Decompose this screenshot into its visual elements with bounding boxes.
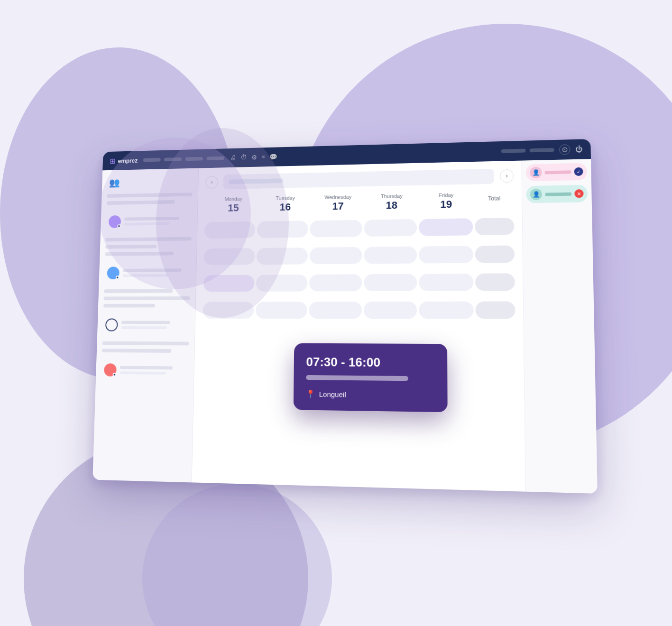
badge-avatar-teal: 👤 bbox=[530, 189, 542, 201]
employee-sub-line bbox=[124, 222, 169, 226]
org-icon[interactable]: ⚙ bbox=[251, 154, 257, 161]
scene: ⊞ emprez 🖨 ⏱ ⚙ ≡ 💬 bbox=[52, 100, 621, 526]
badge-text-teal bbox=[545, 192, 571, 196]
day-name-tuesday: Tuesday bbox=[260, 195, 310, 202]
schedule-row-4 bbox=[203, 298, 515, 322]
employee-row-2[interactable] bbox=[104, 262, 191, 283]
top-right-pill-2 bbox=[529, 148, 554, 152]
employee-sub-line bbox=[120, 371, 166, 375]
power-icon[interactable]: ⏻ bbox=[575, 145, 582, 153]
sidebar-line bbox=[105, 245, 156, 249]
sidebar-section-1 bbox=[106, 193, 192, 205]
avatar-icon-teal: 👤 bbox=[532, 191, 540, 198]
day-col-tuesday: Tuesday 16 bbox=[260, 195, 311, 213]
total-cell-3 bbox=[475, 273, 515, 291]
dot-indicator-2 bbox=[115, 276, 119, 279]
prev-week-button[interactable]: ‹ bbox=[205, 176, 218, 189]
chat-icon[interactable]: 💬 bbox=[269, 153, 277, 161]
schedule-row-2 bbox=[203, 243, 515, 268]
day-col-friday: Friday 19 bbox=[419, 192, 472, 211]
cell-2-mon[interactable] bbox=[203, 248, 254, 265]
day-col-thursday: Thursday 18 bbox=[365, 193, 417, 212]
sidebar-section-4 bbox=[101, 341, 189, 353]
day-name-thursday: Thursday bbox=[365, 193, 417, 200]
sidebar-line bbox=[107, 193, 192, 198]
cell-4-fri[interactable] bbox=[419, 302, 473, 319]
main-content: 👥 bbox=[92, 159, 598, 494]
day-name-friday: Friday bbox=[419, 192, 472, 198]
user-badge-teal[interactable]: 👤 ✕ bbox=[526, 185, 588, 203]
day-num-monday: 15 bbox=[208, 202, 258, 214]
cell-1-thu[interactable] bbox=[364, 219, 417, 237]
sidebar-line bbox=[103, 289, 172, 293]
top-right-pills bbox=[501, 148, 554, 153]
dot-indicator-1 bbox=[117, 224, 121, 228]
cell-3-fri[interactable] bbox=[419, 274, 473, 291]
employee-name-line bbox=[124, 217, 179, 221]
cell-3-wed[interactable] bbox=[309, 274, 362, 291]
days-header: Monday 15 Tuesday 16 Wednesday 17 Thursd… bbox=[205, 191, 514, 214]
location-text: Longueil bbox=[319, 390, 346, 399]
day-num-thursday: 18 bbox=[365, 199, 417, 212]
total-col: Total bbox=[474, 191, 514, 210]
cell-3-thu[interactable] bbox=[363, 274, 417, 292]
tooltip-popup: 07:30 - 16:00 📍 Longueil bbox=[293, 343, 447, 413]
dot-indicator-4 bbox=[112, 373, 116, 377]
day-num-tuesday: 16 bbox=[260, 201, 311, 213]
location-pin-icon: 📍 bbox=[305, 389, 315, 398]
day-name-wednesday: Wednesday bbox=[312, 194, 363, 201]
employee-row-1[interactable] bbox=[106, 211, 192, 231]
app-window: ⊞ emprez 🖨 ⏱ ⚙ ≡ 💬 bbox=[92, 139, 598, 494]
nav-placeholder bbox=[143, 156, 224, 162]
user-badge-pink[interactable]: 👤 ✓ bbox=[525, 163, 587, 181]
list-icon[interactable]: ≡ bbox=[261, 154, 265, 161]
sidebar-line bbox=[101, 349, 171, 353]
cell-3-mon[interactable]: 07:30 - 16:00 📍 Longueil bbox=[203, 275, 254, 292]
employee-row-4[interactable] bbox=[101, 359, 189, 381]
day-name-monday: Monday bbox=[209, 196, 258, 202]
employee-row-3[interactable] bbox=[102, 315, 190, 335]
employee-avatar-4 bbox=[103, 363, 116, 377]
sidebar: 👥 bbox=[92, 168, 199, 483]
cell-2-thu[interactable] bbox=[364, 247, 417, 264]
cell-2-wed[interactable] bbox=[309, 247, 362, 264]
employee-info-2 bbox=[122, 268, 188, 277]
cell-4-mon[interactable] bbox=[203, 302, 254, 319]
cell-3-tue[interactable] bbox=[256, 275, 307, 292]
total-cell-2 bbox=[475, 246, 514, 263]
total-cell-4 bbox=[475, 302, 515, 319]
employee-name-line bbox=[120, 366, 172, 369]
schedule-row-3: 07:30 - 16:00 📍 Longueil bbox=[203, 270, 515, 295]
sidebar-line bbox=[105, 252, 174, 256]
badge-check-red: ✕ bbox=[574, 189, 583, 198]
employee-name-line bbox=[121, 321, 170, 324]
cell-4-wed[interactable] bbox=[309, 302, 361, 319]
logo-icon: ⊞ bbox=[110, 156, 115, 165]
settings-icon[interactable]: ⊙ bbox=[559, 144, 570, 155]
total-label: Total bbox=[474, 191, 514, 206]
total-cell-1 bbox=[475, 218, 514, 235]
cell-1-wed[interactable] bbox=[310, 220, 362, 238]
employee-info-3 bbox=[121, 321, 187, 329]
clock-icon[interactable]: ⏱ bbox=[240, 154, 247, 162]
logo-text: emprez bbox=[118, 157, 138, 164]
sidebar-line bbox=[102, 341, 189, 346]
cell-1-mon[interactable] bbox=[204, 221, 255, 239]
nav-pill-1 bbox=[143, 158, 160, 162]
print-icon[interactable]: 🖨 bbox=[229, 154, 236, 162]
calendar-area: ‹ › Monday 15 Tuesday 16 bbox=[192, 161, 525, 492]
top-bar-right: ⊙ ⏻ bbox=[501, 144, 582, 156]
cell-2-fri[interactable] bbox=[419, 246, 473, 263]
employee-info-1 bbox=[124, 217, 189, 226]
cell-1-fri[interactable] bbox=[419, 218, 473, 236]
schedule-row-1 bbox=[204, 215, 514, 241]
cell-1-tue[interactable] bbox=[257, 221, 308, 238]
cell-4-tue[interactable] bbox=[255, 302, 307, 319]
cell-2-tue[interactable] bbox=[256, 248, 308, 265]
cell-4-thu[interactable] bbox=[363, 302, 417, 319]
sidebar-section-3 bbox=[103, 289, 190, 307]
employee-info-4 bbox=[120, 366, 185, 375]
week-label-pill bbox=[229, 178, 283, 184]
nav-pill-4 bbox=[206, 156, 224, 161]
next-week-button[interactable]: › bbox=[499, 169, 513, 183]
